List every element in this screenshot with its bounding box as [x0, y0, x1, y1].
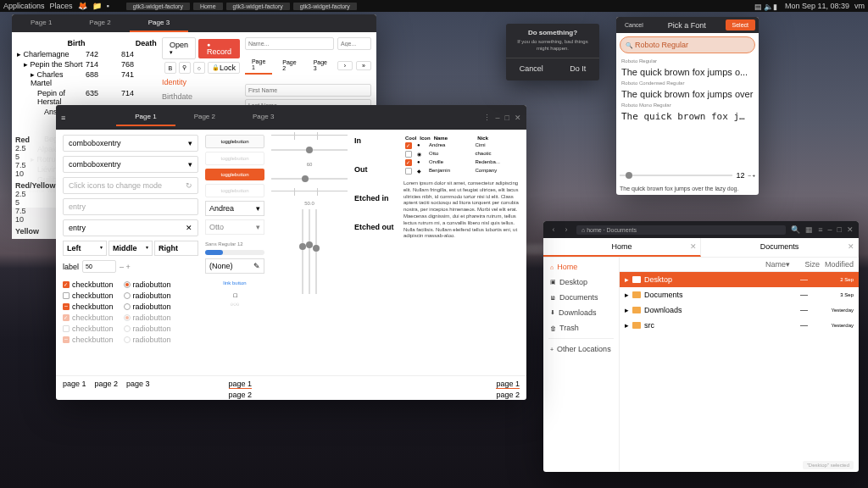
- andrea-combo[interactable]: Andrea▾: [205, 201, 264, 216]
- sidebar-downloads[interactable]: ⬇ Downloads: [543, 305, 619, 320]
- btab[interactable]: page 1: [63, 380, 86, 400]
- entry[interactable]: entry✕: [63, 219, 198, 236]
- record-button[interactable]: ● Record: [198, 39, 240, 58]
- font-title: Pick a Font: [668, 21, 706, 30]
- network-icon[interactable]: ▤: [754, 3, 761, 9]
- tab-page3[interactable]: Page 3: [130, 14, 188, 32]
- font-list[interactable]: Roboto Regular The quick brown fox jumps…: [616, 57, 759, 124]
- close-icon[interactable]: ✕: [515, 114, 521, 122]
- sidebar-home[interactable]: ⌂ Home: [543, 259, 619, 274]
- people-table[interactable]: CoolIconNameNick ●AndreaCimi◉Ottochaotic…: [403, 135, 520, 175]
- battery-icon[interactable]: ▮: [773, 3, 780, 9]
- widget-factory-window-2: ≡ Page 1 Page 2 Page 3 ⋮ – □ ✕ comboboxe…: [56, 105, 526, 400]
- sidebar-other[interactable]: + Other Locations: [543, 341, 619, 357]
- back-icon[interactable]: ‹: [548, 225, 559, 235]
- font-size-slider[interactable]: 12– +: [620, 171, 755, 180]
- lock-button[interactable]: 🔒Lock: [208, 62, 240, 74]
- btab[interactable]: page 2: [496, 391, 520, 399]
- tab-page2[interactable]: Page 2: [70, 14, 129, 32]
- togglebutton-on[interactable]: togglebutton: [205, 169, 264, 180]
- volume-icon[interactable]: 🔈: [764, 3, 771, 9]
- menu-icon[interactable]: ≡: [61, 114, 65, 122]
- entry-disabled: entry: [63, 198, 198, 215]
- applications-menu[interactable]: Applications: [3, 2, 45, 10]
- link-button[interactable]: link button: [205, 277, 264, 289]
- btab[interactable]: page 1: [496, 380, 520, 389]
- hscale[interactable]: [271, 141, 348, 158]
- tab-home[interactable]: Home✕: [543, 238, 701, 257]
- file-manager-window: ‹› ⌂ home · Documents 🔍 ▦ ≡ – □ ✕ Home✕ …: [543, 221, 859, 472]
- age-input[interactable]: [337, 37, 371, 50]
- task-item[interactable]: gtk3-widget-factory: [226, 3, 290, 10]
- next-icon[interactable]: ›: [337, 61, 353, 70]
- vscale[interactable]: [309, 209, 310, 294]
- select-button[interactable]: Select: [726, 19, 755, 30]
- sidebar-desktop[interactable]: ▣ Desktop: [543, 274, 619, 290]
- terminal-icon[interactable]: ▪: [107, 2, 109, 10]
- sidebar-trash[interactable]: 🗑 Trash: [543, 320, 619, 336]
- menu-icon[interactable]: ≡: [818, 225, 822, 234]
- comboboxentry[interactable]: comboboxentry▾: [63, 135, 198, 152]
- menu-icon[interactable]: ⋮: [483, 114, 491, 122]
- togglebutton[interactable]: togglebutton: [205, 135, 264, 148]
- otto-combo[interactable]: Otto▾: [205, 219, 264, 235]
- subtab-3[interactable]: Page 3: [307, 57, 334, 74]
- tab-page1[interactable]: Page 1: [12, 14, 70, 32]
- circle-icon[interactable]: ○: [193, 62, 205, 74]
- font-picker-window: Cancel Pick a Font Select 🔍 Roboto Regul…: [616, 17, 759, 195]
- file-list[interactable]: Name▾SizeModified ▸ Desktop—2 Sep▸ Docum…: [620, 258, 859, 471]
- side-birthdate[interactable]: Birthdate: [162, 91, 240, 103]
- maximize-icon[interactable]: □: [505, 114, 509, 122]
- none-combo[interactable]: (None)✎: [205, 258, 264, 274]
- lrm-combo[interactable]: Left ▾Middle ▾Right: [63, 241, 198, 256]
- mode-entry[interactable]: Click icons to change mode↻: [63, 177, 198, 194]
- status-bar: "Desktop" selected: [803, 461, 854, 469]
- name-input[interactable]: [245, 37, 334, 50]
- user-menu[interactable]: vm: [854, 2, 865, 10]
- task-item[interactable]: Home: [193, 3, 223, 10]
- cancel-button[interactable]: Cancel: [620, 19, 648, 30]
- first-name-input[interactable]: [245, 84, 371, 97]
- cancel-button[interactable]: Cancel: [513, 62, 550, 75]
- btab[interactable]: page 2: [229, 391, 253, 399]
- sidebar-documents[interactable]: 🗎 Documents: [543, 290, 619, 305]
- last-icon[interactable]: »: [356, 61, 371, 70]
- close-icon[interactable]: ✕: [847, 225, 854, 234]
- label: label: [63, 263, 79, 271]
- vscale[interactable]: [315, 209, 317, 294]
- spin-input[interactable]: [82, 260, 116, 273]
- btab[interactable]: page 1: [229, 380, 253, 389]
- tab-documents[interactable]: Documents✕: [701, 238, 859, 257]
- tab-page3[interactable]: Page 3: [234, 108, 292, 126]
- vscale[interactable]: [302, 209, 303, 294]
- files-icon[interactable]: 📁: [92, 2, 102, 10]
- view-icon[interactable]: ▦: [805, 225, 813, 234]
- btab[interactable]: page 3: [126, 380, 150, 400]
- path-bar[interactable]: ⌂ home · Documents: [576, 225, 786, 235]
- search-icon[interactable]: 🔍: [791, 225, 800, 234]
- tab-page1[interactable]: Page 1: [116, 108, 175, 126]
- open-button[interactable]: Open ▾: [162, 37, 196, 59]
- side-identity[interactable]: Identity: [162, 76, 240, 88]
- font-preview: The quick brown fox jumps over the lazy …: [620, 186, 755, 191]
- chain-icon[interactable]: ⚲: [179, 62, 191, 74]
- doit-button[interactable]: Do It: [563, 62, 593, 75]
- maximize-icon[interactable]: □: [837, 225, 842, 234]
- minimize-icon[interactable]: –: [828, 225, 832, 234]
- subtab-1[interactable]: Page 1: [245, 56, 272, 75]
- comboboxentry[interactable]: comboboxentry▾: [63, 156, 198, 173]
- task-item[interactable]: gtk3-widget-factory: [293, 3, 357, 10]
- fwd-icon[interactable]: ›: [561, 225, 571, 235]
- task-item[interactable]: gtk3-widget-factory: [126, 3, 190, 10]
- hscale2[interactable]: [271, 170, 348, 187]
- clock[interactable]: Mon Sep 11, 08:39: [785, 2, 849, 10]
- togglebutton-dim2: togglebutton: [205, 184, 264, 197]
- btab[interactable]: page 2: [95, 380, 119, 400]
- minimize-icon[interactable]: –: [496, 114, 500, 122]
- places-menu[interactable]: Places: [50, 2, 73, 10]
- firefox-icon[interactable]: 🦊: [78, 2, 87, 10]
- font-search[interactable]: 🔍 Roboto Regular: [620, 36, 755, 53]
- tab-page2[interactable]: Page 2: [175, 108, 234, 126]
- subtab-2[interactable]: Page 2: [275, 57, 303, 74]
- bold-icon[interactable]: B: [164, 62, 176, 74]
